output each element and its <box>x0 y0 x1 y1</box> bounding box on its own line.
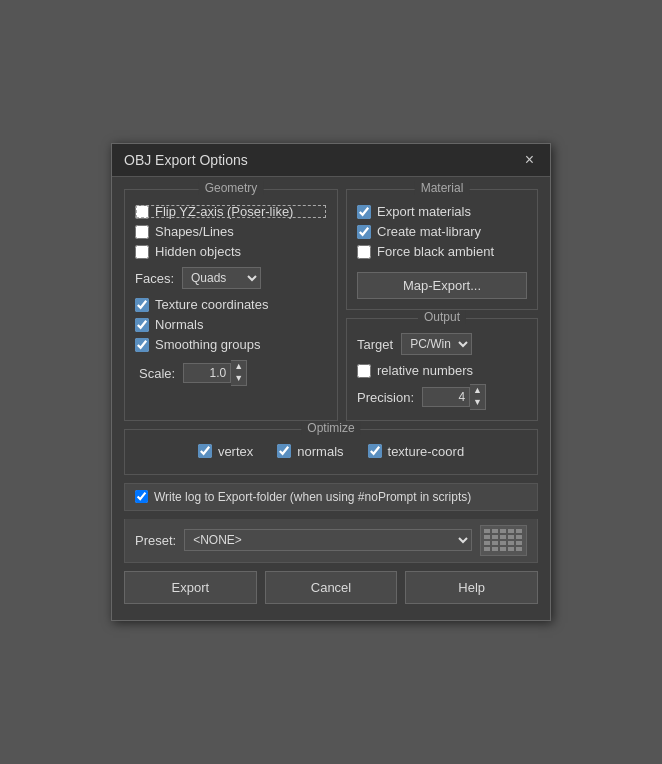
preset-grid-cell <box>492 535 498 539</box>
preset-label: Preset: <box>135 533 176 548</box>
preset-select[interactable]: <NONE> <box>184 529 472 551</box>
target-row: Target PC/Win Mac Unix <box>357 333 527 355</box>
vertex-label[interactable]: vertex <box>218 444 253 459</box>
precision-up-arrow[interactable]: ▲ <box>470 385 485 397</box>
texture-coord-checkbox[interactable] <box>368 444 382 458</box>
shapes-lines-label[interactable]: Shapes/Lines <box>155 224 234 239</box>
force-black-ambient-checkbox[interactable] <box>357 245 371 259</box>
export-materials-checkbox[interactable] <box>357 205 371 219</box>
shapes-lines-checkbox[interactable] <box>135 225 149 239</box>
smoothing-groups-checkbox[interactable] <box>135 338 149 352</box>
help-button[interactable]: Help <box>405 571 538 604</box>
preset-grid-cell <box>508 529 514 533</box>
normals-label[interactable]: Normals <box>155 317 203 332</box>
faces-select[interactable]: Quads Triangles Both <box>182 267 261 289</box>
title-bar: OBJ Export Options × <box>112 144 550 177</box>
flip-yz-label[interactable]: Flip YZ-axis (Poser-like) <box>155 204 293 219</box>
preset-grid-cell <box>484 529 490 533</box>
map-export-button[interactable]: Map-Export... <box>357 272 527 299</box>
texture-coords-checkbox[interactable] <box>135 298 149 312</box>
output-panel: Output Target PC/Win Mac Unix relative n… <box>346 318 538 420</box>
opt-normals-row: normals <box>277 444 343 459</box>
preset-grid-cell <box>516 541 522 545</box>
scale-spinner: ▲ ▼ <box>183 360 247 385</box>
precision-label: Precision: <box>357 390 414 405</box>
shapes-lines-row: Shapes/Lines <box>135 224 327 239</box>
geometry-panel-title: Geometry <box>199 181 264 195</box>
texture-coord-label[interactable]: texture-coord <box>388 444 465 459</box>
preset-grid-cell <box>484 547 490 551</box>
create-mat-library-row: Create mat-library <box>357 224 527 239</box>
relative-numbers-label[interactable]: relative numbers <box>377 363 473 378</box>
write-log-checkbox[interactable] <box>135 490 148 503</box>
hidden-objects-checkbox[interactable] <box>135 245 149 259</box>
dialog-body: Geometry Flip YZ-axis (Poser-like) Shape… <box>112 177 550 619</box>
precision-row: Precision: ▲ ▼ <box>357 384 527 409</box>
texture-coords-row: Texture coordinates <box>135 297 327 312</box>
texture-coords-label[interactable]: Texture coordinates <box>155 297 268 312</box>
write-log-label[interactable]: Write log to Export-folder (when using #… <box>154 490 471 504</box>
opt-normals-label[interactable]: normals <box>297 444 343 459</box>
texture-coord-row: texture-coord <box>368 444 465 459</box>
preset-grid-cell <box>492 529 498 533</box>
close-button[interactable]: × <box>521 152 538 168</box>
normals-checkbox[interactable] <box>135 318 149 332</box>
preset-grid-cell <box>500 541 506 545</box>
preset-grid-cell <box>484 541 490 545</box>
precision-down-arrow[interactable]: ▼ <box>470 397 485 409</box>
smoothing-groups-row: Smoothing groups <box>135 337 327 352</box>
flip-yz-row: Flip YZ-axis (Poser-like) <box>135 204 327 219</box>
right-column: Material Export materials Create mat-lib… <box>346 189 538 420</box>
material-panel-title: Material <box>415 181 470 195</box>
target-label: Target <box>357 337 393 352</box>
create-mat-library-label[interactable]: Create mat-library <box>377 224 481 239</box>
hidden-objects-label[interactable]: Hidden objects <box>155 244 241 259</box>
scale-up-arrow[interactable]: ▲ <box>231 361 246 373</box>
vertex-row: vertex <box>198 444 253 459</box>
preset-grid-cell <box>516 547 522 551</box>
precision-input[interactable] <box>422 387 470 407</box>
obj-export-dialog: OBJ Export Options × Geometry Flip YZ-ax… <box>111 143 551 620</box>
faces-row: Faces: Quads Triangles Both <box>135 267 327 289</box>
preset-grid-cell <box>508 547 514 551</box>
precision-spinner: ▲ ▼ <box>422 384 486 409</box>
bottom-buttons: Export Cancel Help <box>124 571 538 608</box>
geometry-panel: Geometry Flip YZ-axis (Poser-like) Shape… <box>124 189 338 420</box>
scale-row: Scale: ▲ ▼ <box>139 360 327 385</box>
export-materials-row: Export materials <box>357 204 527 219</box>
relative-numbers-row: relative numbers <box>357 363 527 378</box>
scale-down-arrow[interactable]: ▼ <box>231 373 246 385</box>
optimize-row: vertex normals texture-coord <box>135 444 527 464</box>
target-select[interactable]: PC/Win Mac Unix <box>401 333 472 355</box>
scale-arrows: ▲ ▼ <box>231 360 247 385</box>
faces-label: Faces: <box>135 271 174 286</box>
preset-icon-grid[interactable] <box>480 525 527 556</box>
export-materials-label[interactable]: Export materials <box>377 204 471 219</box>
cancel-button[interactable]: Cancel <box>265 571 398 604</box>
write-log-row: Write log to Export-folder (when using #… <box>124 483 538 511</box>
preset-grid-cell <box>508 541 514 545</box>
preset-grid-cell <box>500 529 506 533</box>
flip-yz-checkbox[interactable] <box>135 205 149 219</box>
preset-grid-cell <box>516 535 522 539</box>
force-black-ambient-label[interactable]: Force black ambient <box>377 244 494 259</box>
preset-grid-cell <box>484 535 490 539</box>
preset-grid-cell <box>500 535 506 539</box>
normals-row: Normals <box>135 317 327 332</box>
output-panel-title: Output <box>418 310 466 324</box>
scale-label: Scale: <box>139 366 175 381</box>
preset-grid-cell <box>500 547 506 551</box>
relative-numbers-checkbox[interactable] <box>357 364 371 378</box>
export-button[interactable]: Export <box>124 571 257 604</box>
scale-input[interactable] <box>183 363 231 383</box>
preset-grid-cell <box>508 535 514 539</box>
hidden-objects-row: Hidden objects <box>135 244 327 259</box>
preset-row: Preset: <NONE> <box>124 519 538 563</box>
smoothing-groups-label[interactable]: Smoothing groups <box>155 337 261 352</box>
preset-grid-cell <box>516 529 522 533</box>
material-panel: Material Export materials Create mat-lib… <box>346 189 538 310</box>
vertex-checkbox[interactable] <box>198 444 212 458</box>
opt-normals-checkbox[interactable] <box>277 444 291 458</box>
preset-grid-cell <box>492 547 498 551</box>
create-mat-library-checkbox[interactable] <box>357 225 371 239</box>
